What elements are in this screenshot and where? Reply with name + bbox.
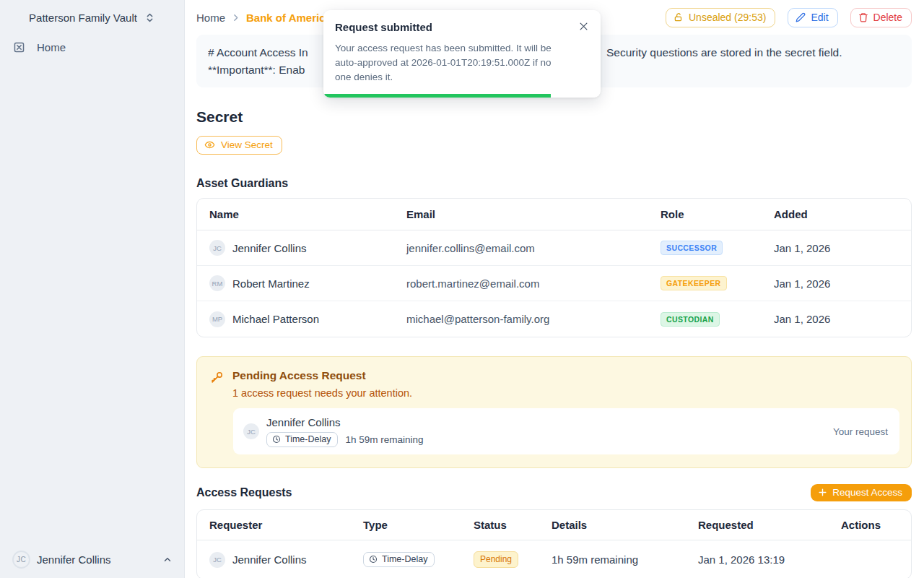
guardian-email: jennifer.collins@email.com [394, 242, 648, 254]
avatar: JC [243, 423, 259, 439]
breadcrumb-current[interactable]: Bank of America [246, 12, 331, 24]
col-type: Type [351, 519, 461, 531]
clock-icon [369, 555, 378, 564]
col-status: Status [461, 519, 539, 531]
breadcrumb: Home Bank of America [196, 12, 331, 24]
avatar: JC [209, 240, 225, 256]
close-icon[interactable] [577, 20, 590, 35]
role-badge: SUCCESSOR [661, 241, 723, 255]
access-requests-heading: Access Requests [196, 486, 292, 499]
pending-alert-subtitle: 1 access request needs your attention. [232, 387, 412, 399]
toast-progress-bar [323, 94, 551, 98]
note-line1-end: Security questions are stored in the sec… [606, 44, 842, 61]
request-access-label: Request Access [832, 487, 902, 498]
header-actions: Unsealed (29:53) Edit Delete [666, 8, 912, 27]
delete-label: Delete [873, 12, 902, 23]
time-delay-label: Time-Delay [285, 434, 331, 444]
toast-title: Request submitted [335, 21, 432, 33]
col-added: Added [762, 208, 911, 220]
request-details: 1h 59m remaining [539, 553, 686, 566]
col-email: Email [394, 208, 648, 220]
guardian-name: Robert Martinez [232, 277, 310, 290]
breadcrumb-home-link[interactable]: Home [196, 12, 225, 24]
note-line1-start: # Account Access In [208, 46, 308, 59]
guardian-name: Michael Patterson [232, 313, 319, 325]
requester-name: Jennifer Collins [266, 416, 826, 428]
guardian-name: Jennifer Collins [232, 242, 307, 254]
time-delay-label: Time-Delay [382, 554, 427, 564]
view-secret-label: View Secret [221, 139, 273, 150]
chevron-right-icon [231, 13, 240, 22]
time-remaining: 1h 59m remaining [345, 434, 423, 445]
guardian-added: Jan 1, 2026 [762, 313, 911, 325]
user-name: Jennifer Collins [37, 553, 156, 566]
role-badge: GATEKEEPER [661, 276, 727, 290]
table-row: JC Jennifer Collins jennifer.collins@ema… [197, 230, 911, 266]
vault-name: Patterson Family Vault [29, 12, 137, 24]
clock-icon [272, 435, 281, 444]
user-menu[interactable]: JC Jennifer Collins [0, 541, 184, 578]
pending-access-alert: Pending Access Request 1 access request … [196, 356, 912, 468]
role-badge: CUSTODIAN [661, 312, 720, 327]
guardians-table-header: Name Email Role Added [197, 199, 911, 230]
chevron-up-icon [162, 555, 173, 565]
secret-heading: Secret [196, 108, 912, 126]
unsealed-label: Unsealed (29:53) [689, 12, 766, 23]
request-date: Jan 1, 2026 13:19 [686, 553, 829, 566]
col-details: Details [539, 519, 686, 531]
request-access-button[interactable]: Request Access [811, 484, 912, 501]
time-delay-chip: Time-Delay [363, 552, 435, 567]
status-badge: Pending [474, 551, 518, 568]
pending-request-item[interactable]: JC Jennifer Collins Time-Delay 1h 59m re… [233, 408, 899, 454]
col-role: Role [648, 208, 762, 220]
time-delay-chip: Time-Delay [266, 432, 338, 447]
guardian-email: robert.martinez@email.com [394, 277, 648, 290]
access-requests-header-row: Access Requests Request Access [196, 484, 912, 501]
sidebar: Patterson Family Vault Home JC Jennifer … [0, 0, 185, 578]
pending-alert-title: Pending Access Request [232, 369, 412, 382]
access-requests-table-header: Requester Type Status Details Requested … [197, 510, 911, 540]
sidebar-item-label: Home [37, 41, 66, 53]
vault-switcher[interactable]: Patterson Family Vault [0, 0, 184, 34]
key-icon [210, 369, 224, 399]
unlock-icon [674, 12, 684, 22]
vault-box-icon [13, 41, 25, 53]
requester-name: Jennifer Collins [232, 553, 307, 566]
sidebar-item-home[interactable]: Home [0, 34, 184, 61]
avatar: MP [209, 311, 225, 327]
table-row: MP Michael Patterson michael@patterson-f… [197, 301, 911, 337]
edit-button[interactable]: Edit [788, 8, 837, 27]
edit-label: Edit [811, 12, 828, 23]
avatar: RM [209, 275, 225, 291]
view-secret-button[interactable]: View Secret [196, 136, 282, 155]
guardian-added: Jan 1, 2026 [762, 242, 911, 254]
plus-icon [818, 488, 827, 497]
chevron-up-down-icon [144, 12, 155, 23]
table-row: RM Robert Martinez robert.martinez@email… [197, 266, 911, 301]
access-requests-table: Requester Type Status Details Requested … [196, 509, 912, 578]
toast-body: Your access request has been submitted. … [335, 41, 562, 85]
pencil-icon [796, 12, 806, 22]
col-requester: Requester [197, 519, 351, 531]
guardian-email: michael@patterson-family.org [394, 313, 648, 325]
col-name: Name [197, 208, 394, 220]
your-request-label: Your request [833, 426, 888, 437]
eye-icon [204, 139, 215, 150]
avatar: JC [209, 552, 225, 568]
table-row: JC Jennifer Collins Time-Delay Pending 1… [197, 540, 911, 578]
col-actions: Actions [829, 519, 911, 531]
delete-button[interactable]: Delete [850, 8, 912, 27]
guardian-added: Jan 1, 2026 [762, 277, 911, 290]
avatar: JC [12, 551, 30, 569]
col-requested: Requested [686, 519, 829, 531]
trash-icon [858, 12, 868, 22]
unsealed-timer-button[interactable]: Unsealed (29:53) [666, 8, 775, 27]
guardians-heading: Asset Guardians [196, 177, 912, 190]
toast-notification: Request submitted Your access request ha… [323, 10, 601, 98]
guardians-table: Name Email Role Added JC Jennifer Collin… [196, 198, 912, 337]
